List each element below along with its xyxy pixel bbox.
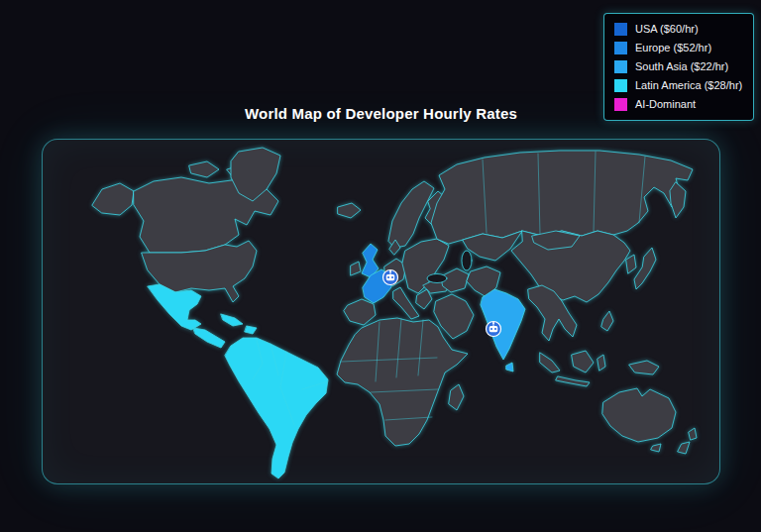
country-russia	[431, 151, 693, 244]
caspian-sea	[462, 251, 472, 270]
legend-label-ai-dominant: AI-Dominant	[635, 98, 696, 111]
island-sulawesi	[598, 355, 605, 371]
legend: USA ($60/hr) Europe ($52/hr) South Asia …	[603, 13, 754, 121]
legend-label-latin-america: Latin America ($28/hr)	[635, 79, 742, 92]
countries-layer	[92, 148, 697, 479]
island-tasmania	[651, 444, 661, 452]
legend-label-south-asia: South Asia ($22/hr)	[635, 60, 728, 73]
legend-item-south-asia[interactable]: South Asia ($22/hr)	[614, 60, 743, 73]
map-panel	[42, 139, 720, 484]
region-south-america	[225, 338, 328, 479]
region-africa	[337, 318, 468, 446]
island-new-guinea	[629, 361, 659, 374]
robot-eye-icon	[391, 276, 393, 278]
legend-label-europe: Europe ($52/hr)	[635, 42, 711, 54]
robot-eye-icon	[387, 276, 389, 278]
region-kamchatka	[670, 182, 686, 218]
legend-item-europe[interactable]: Europe ($52/hr)	[614, 42, 743, 54]
island-philippines	[601, 311, 613, 331]
island-java	[556, 376, 590, 386]
legend-swatch-europe	[614, 42, 627, 54]
world-map	[43, 140, 720, 484]
island-borneo	[572, 351, 594, 372]
robot-antenna-tip-icon	[492, 322, 494, 324]
region-iberia	[344, 299, 376, 325]
ai-marker-europe[interactable]	[383, 270, 398, 285]
robot-eye-icon	[490, 328, 492, 330]
country-alaska	[92, 183, 134, 215]
ai-marker-india[interactable]	[487, 322, 501, 337]
legend-label-usa: USA ($60/hr)	[635, 23, 699, 36]
legend-item-latin-america[interactable]: Latin America ($28/hr)	[614, 79, 743, 92]
country-madagascar	[449, 384, 464, 410]
legend-swatch-latin-america	[614, 79, 627, 92]
legend-item-usa[interactable]: USA ($60/hr)	[614, 23, 743, 36]
arctic-island	[189, 161, 219, 177]
country-ireland	[351, 262, 361, 275]
country-sri-lanka	[506, 363, 513, 372]
legend-swatch-ai-dominant	[614, 98, 627, 111]
country-japan	[634, 248, 656, 289]
country-korea	[626, 255, 636, 273]
island-nz-north	[689, 428, 697, 440]
island-sumatra	[540, 353, 560, 372]
country-hispaniola	[245, 326, 257, 334]
legend-swatch-south-asia	[614, 60, 627, 73]
canvas: USA ($60/hr) Europe ($52/hr) South Asia …	[0, 0, 761, 532]
country-iceland	[338, 203, 361, 218]
legend-swatch-usa	[614, 23, 627, 36]
legend-item-ai-dominant[interactable]: AI-Dominant	[614, 98, 743, 111]
country-cuba	[221, 314, 243, 326]
robot-antenna-tip-icon	[389, 270, 391, 272]
country-australia	[602, 388, 676, 442]
island-nz-south	[678, 442, 690, 454]
black-sea	[427, 274, 447, 283]
robot-eye-icon	[494, 328, 496, 330]
region-central-america	[193, 328, 225, 348]
